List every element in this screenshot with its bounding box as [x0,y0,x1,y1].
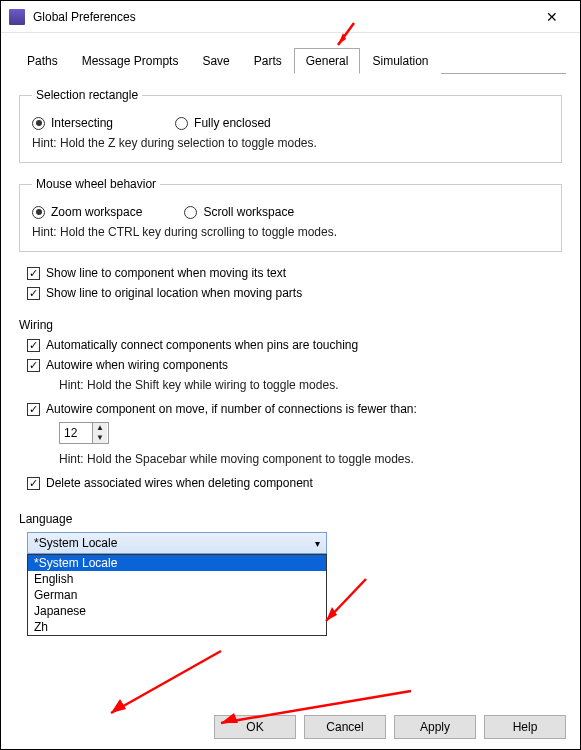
checkbox-icon [27,477,40,490]
svg-line-4 [111,651,221,713]
window-title: Global Preferences [33,10,532,24]
checkbox-icon [27,403,40,416]
option-system-locale[interactable]: *System Locale [28,555,326,571]
tab-parts[interactable]: Parts [242,48,294,74]
check-line-to-text-label: Show line to component when moving its t… [46,266,286,280]
app-icon [9,9,25,25]
option-zh[interactable]: Zh [28,619,326,635]
radio-zoom-label: Zoom workspace [51,205,142,219]
check-auto-connect[interactable]: Automatically connect components when pi… [27,338,554,352]
legend-wiring: Wiring [19,318,554,332]
option-japanese[interactable]: Japanese [28,603,326,619]
radio-dot-icon [184,206,197,219]
hint-autowire-move: Hint: Hold the Spacebar while moving com… [59,452,554,466]
spinner-up-icon[interactable]: ▲ [93,423,107,433]
group-mouse-wheel: Mouse wheel behavior Zoom workspace Scro… [19,177,562,252]
radio-intersecting[interactable]: Intersecting [32,116,113,130]
radio-dot-icon [32,117,45,130]
dropdown-language[interactable]: *System Locale ▾ *System Locale English … [27,532,327,554]
checkbox-icon [27,267,40,280]
dropdown-language-list[interactable]: *System Locale English German Japanese Z… [27,554,327,636]
radio-fully-enclosed[interactable]: Fully enclosed [175,116,271,130]
svg-line-2 [326,579,366,621]
close-button[interactable]: ✕ [532,9,572,25]
ok-button[interactable]: OK [214,715,296,739]
hint-selection: Hint: Hold the Z key during selection to… [32,136,549,150]
tab-bar: Paths Message Prompts Save Parts General… [15,47,566,74]
radio-scroll-workspace[interactable]: Scroll workspace [184,205,294,219]
check-autowire[interactable]: Autowire when wiring components [27,358,554,372]
check-autowire-label: Autowire when wiring components [46,358,228,372]
annotation-arrow-icon [321,579,371,632]
radio-fully-enclosed-label: Fully enclosed [194,116,271,130]
tab-save[interactable]: Save [190,48,241,74]
hint-autowire: Hint: Hold the Shift key while wiring to… [59,378,554,392]
dropdown-selected: *System Locale [34,536,117,550]
group-selection-rectangle: Selection rectangle Intersecting Fully e… [19,88,562,163]
option-german[interactable]: German [28,587,326,603]
help-button[interactable]: Help [484,715,566,739]
legend-selection-rectangle: Selection rectangle [32,88,142,102]
check-delete-wires-label: Delete associated wires when deleting co… [46,476,313,490]
check-auto-connect-label: Automatically connect components when pi… [46,338,358,352]
tab-simulation[interactable]: Simulation [360,48,440,74]
legend-mouse-wheel: Mouse wheel behavior [32,177,160,191]
radio-intersecting-label: Intersecting [51,116,113,130]
spinner-down-icon[interactable]: ▼ [93,433,107,443]
spinner-input[interactable] [60,426,92,440]
cancel-button[interactable]: Cancel [304,715,386,739]
spinner-connections[interactable]: ▲▼ [59,422,109,444]
svg-marker-3 [326,607,337,621]
checkbox-icon [27,339,40,352]
check-line-to-text[interactable]: Show line to component when moving its t… [27,266,554,280]
radio-zoom-workspace[interactable]: Zoom workspace [32,205,142,219]
legend-language: Language [19,512,554,526]
tab-paths[interactable]: Paths [15,48,70,74]
checkbox-icon [27,359,40,372]
radio-dot-icon [32,206,45,219]
tab-message-prompts[interactable]: Message Prompts [70,48,191,74]
chevron-down-icon: ▾ [315,538,320,549]
checkbox-icon [27,287,40,300]
radio-dot-icon [175,117,188,130]
radio-scroll-label: Scroll workspace [203,205,294,219]
check-delete-wires[interactable]: Delete associated wires when deleting co… [27,476,554,490]
hint-mouse-wheel: Hint: Hold the CTRL key during scrolling… [32,225,549,239]
check-line-to-location[interactable]: Show line to original location when movi… [27,286,554,300]
check-autowire-move[interactable]: Autowire component on move, if number of… [27,402,554,416]
annotation-arrow-icon [106,651,226,724]
option-english[interactable]: English [28,571,326,587]
check-autowire-move-label: Autowire component on move, if number of… [46,402,417,416]
check-line-to-location-label: Show line to original location when movi… [46,286,302,300]
svg-marker-5 [111,699,126,713]
apply-button[interactable]: Apply [394,715,476,739]
tab-general[interactable]: General [294,48,361,74]
